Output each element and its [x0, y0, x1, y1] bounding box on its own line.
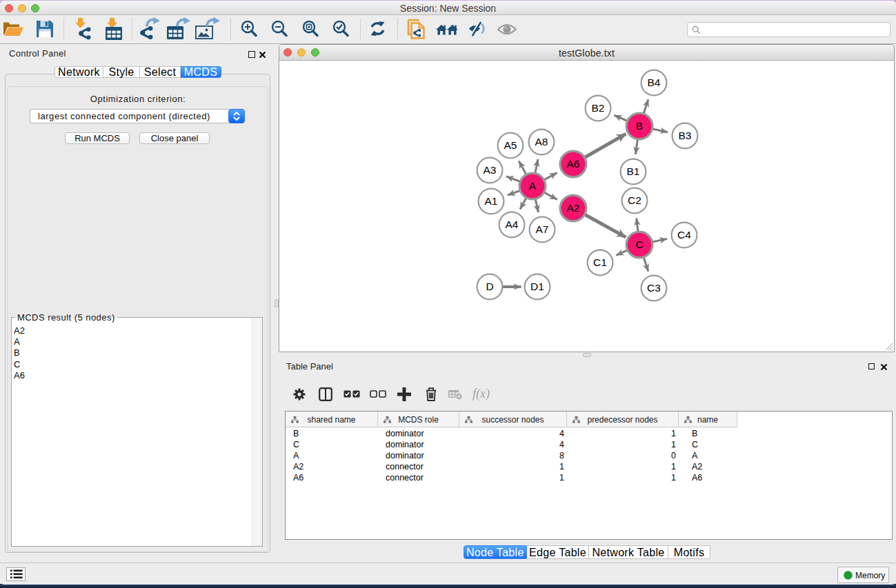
svg-text:C: C [635, 239, 643, 250]
svg-text:A: A [529, 180, 537, 192]
svg-text:C3: C3 [647, 282, 661, 294]
svg-text:B3: B3 [679, 130, 692, 141]
svg-text:A4: A4 [506, 219, 519, 230]
svg-text:B: B [636, 120, 643, 132]
svg-text:B4: B4 [648, 77, 661, 88]
svg-text:A5: A5 [504, 139, 517, 151]
svg-text:B2: B2 [592, 102, 605, 114]
svg-text:C2: C2 [628, 194, 641, 206]
svg-text:C1: C1 [593, 256, 607, 268]
svg-text:C4: C4 [677, 229, 691, 241]
svg-text:A2: A2 [567, 202, 580, 214]
svg-text:A1: A1 [485, 195, 498, 207]
svg-text:D: D [486, 281, 493, 292]
svg-text:A7: A7 [536, 223, 549, 235]
svg-text:A6: A6 [567, 158, 580, 170]
svg-text:B1: B1 [627, 165, 640, 177]
svg-text:D1: D1 [530, 281, 544, 292]
svg-text:A8: A8 [535, 136, 548, 148]
svg-text:A3: A3 [484, 164, 497, 176]
